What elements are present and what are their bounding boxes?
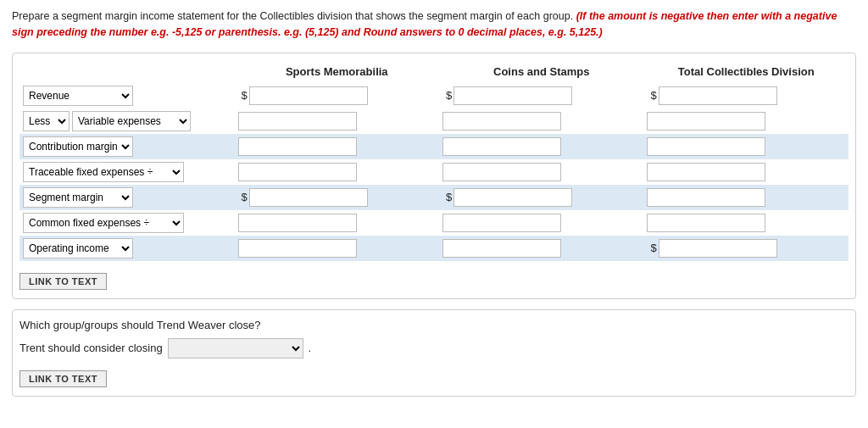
variable-label-cell: Less ÷ Less Variable expenses xyxy=(19,108,235,134)
table-row-revenue: Revenue $ $ $ xyxy=(19,83,849,108)
revenue-total-cell: $ xyxy=(643,83,849,108)
contribution-coins-input[interactable] xyxy=(442,137,561,156)
revenue-coins-cell: $ xyxy=(439,83,643,108)
variable-coins-cell xyxy=(439,108,643,134)
table-row-operating: Operating income $ xyxy=(19,236,849,261)
closing-period: . xyxy=(309,342,312,354)
instructions-main: Prepare a segment margin income statemen… xyxy=(12,10,573,22)
table-row-common: Common fixed expenses ÷ Common fixed exp… xyxy=(19,210,849,236)
operating-total-input[interactable] xyxy=(659,239,777,258)
revenue-total-input[interactable] xyxy=(659,86,777,105)
traceable-total-cell xyxy=(643,159,849,185)
operating-sports-cell xyxy=(235,236,439,261)
contribution-total-input[interactable] xyxy=(647,137,765,156)
revenue-coins-input[interactable] xyxy=(453,86,572,105)
instructions: Prepare a segment margin income statemen… xyxy=(12,8,856,41)
header-label-col xyxy=(19,62,235,83)
operating-coins-input[interactable] xyxy=(442,239,561,258)
common-coins-cell xyxy=(439,210,643,236)
segment-total-input[interactable] xyxy=(647,188,765,207)
traceable-sports-cell xyxy=(235,159,439,185)
table-row-variable: Less ÷ Less Variable expenses xyxy=(19,108,849,134)
contribution-total-cell xyxy=(643,134,849,159)
common-sports-input[interactable] xyxy=(238,214,357,232)
contribution-sports-input[interactable] xyxy=(238,137,357,156)
dollar-total-revenue: $ xyxy=(647,89,656,102)
dollar-sports-segment: $ xyxy=(238,191,248,203)
common-total-input[interactable] xyxy=(647,214,765,232)
traceable-label-cell: Traceable fixed expenses ÷ Traceable fix… xyxy=(19,159,235,185)
operating-total-cell: $ xyxy=(643,236,849,261)
header-coins: Coins and Stamps xyxy=(439,62,643,83)
operating-sports-input[interactable] xyxy=(238,239,357,258)
operating-coins-cell xyxy=(439,236,643,261)
link-to-text-2-button[interactable]: LINK TO TEXT xyxy=(19,370,107,387)
variable-total-input[interactable] xyxy=(647,112,765,131)
closing-question: Which group/groups should Trend Weaver c… xyxy=(19,319,849,331)
variable-sports-input[interactable] xyxy=(238,112,357,131)
less-select[interactable]: Less ÷ Less xyxy=(23,111,70,131)
variable-coins-input[interactable] xyxy=(442,112,561,131)
header-sports: Sports Memorabilia xyxy=(235,62,439,83)
common-total-cell xyxy=(643,210,849,236)
income-table: Sports Memorabilia Coins and Stamps Tota… xyxy=(19,62,849,261)
traceable-total-input[interactable] xyxy=(647,163,765,181)
variable-select[interactable]: Variable expenses xyxy=(72,111,191,131)
contribution-select[interactable]: Contribution margin xyxy=(23,136,133,157)
closing-group-select[interactable] xyxy=(168,338,303,359)
segment-sports-cell: $ xyxy=(235,185,439,210)
segment-total-cell xyxy=(643,185,849,210)
contribution-coins-cell xyxy=(439,134,643,159)
common-label-cell: Common fixed expenses ÷ Common fixed exp… xyxy=(19,210,235,236)
closing-label: Trent should consider closing xyxy=(19,342,163,354)
income-statement-section: Sports Memorabilia Coins and Stamps Tota… xyxy=(12,53,856,299)
common-coins-input[interactable] xyxy=(442,214,561,232)
contribution-sports-cell xyxy=(235,134,439,159)
segment-sports-input[interactable] xyxy=(249,188,368,207)
variable-sports-cell xyxy=(235,108,439,134)
dollar-sports-revenue: $ xyxy=(238,89,248,102)
segment-coins-input[interactable] xyxy=(453,188,572,207)
dollar-coins-segment: $ xyxy=(442,191,452,203)
contribution-label-cell: Contribution margin xyxy=(19,134,235,159)
table-row-segment: Segment margin $ $ xyxy=(19,185,849,210)
traceable-coins-input[interactable] xyxy=(442,163,561,181)
table-row-contribution: Contribution margin xyxy=(19,134,849,159)
segment-label-cell: Segment margin xyxy=(19,185,235,210)
traceable-coins-cell xyxy=(439,159,643,185)
revenue-select[interactable]: Revenue xyxy=(23,86,133,106)
traceable-sports-input[interactable] xyxy=(238,163,357,181)
operating-select[interactable]: Operating income xyxy=(23,238,133,258)
revenue-label-cell: Revenue xyxy=(19,83,235,108)
revenue-sports-cell: $ xyxy=(235,83,439,108)
header-total: Total Collectibles Division xyxy=(643,62,849,83)
variable-total-cell xyxy=(643,108,849,134)
dollar-total-operating: $ xyxy=(647,242,656,254)
common-sports-cell xyxy=(235,210,439,236)
dollar-coins-revenue: $ xyxy=(442,89,452,102)
link-to-text-1-button[interactable]: LINK TO TEXT xyxy=(19,273,107,290)
closing-row: Trent should consider closing . xyxy=(19,338,849,359)
table-row-traceable: Traceable fixed expenses ÷ Traceable fix… xyxy=(19,159,849,185)
segment-coins-cell: $ xyxy=(439,185,643,210)
segment-select[interactable]: Segment margin xyxy=(23,187,133,208)
closing-section: Which group/groups should Trend Weaver c… xyxy=(12,309,856,397)
traceable-select[interactable]: Traceable fixed expenses ÷ Traceable fix… xyxy=(23,162,184,182)
revenue-sports-input[interactable] xyxy=(249,86,368,105)
operating-label-cell: Operating income xyxy=(19,236,235,261)
common-select[interactable]: Common fixed expenses ÷ Common fixed exp… xyxy=(23,213,184,233)
